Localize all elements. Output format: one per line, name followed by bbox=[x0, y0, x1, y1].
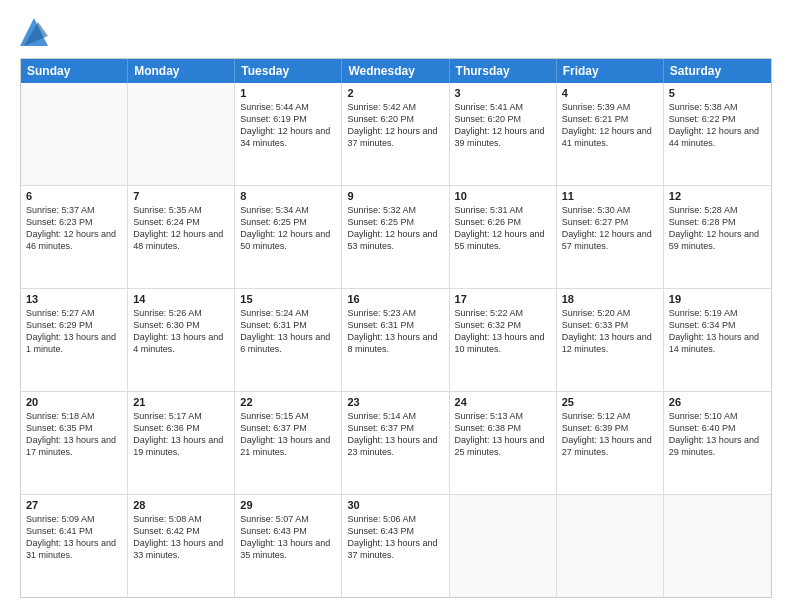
cell-info: Sunrise: 5:34 AM Sunset: 6:25 PM Dayligh… bbox=[240, 204, 336, 253]
day-cell-7: 7Sunrise: 5:35 AM Sunset: 6:24 PM Daylig… bbox=[128, 186, 235, 288]
day-cell-4: 4Sunrise: 5:39 AM Sunset: 6:21 PM Daylig… bbox=[557, 83, 664, 185]
day-cell-8: 8Sunrise: 5:34 AM Sunset: 6:25 PM Daylig… bbox=[235, 186, 342, 288]
cell-info: Sunrise: 5:42 AM Sunset: 6:20 PM Dayligh… bbox=[347, 101, 443, 150]
cell-info: Sunrise: 5:27 AM Sunset: 6:29 PM Dayligh… bbox=[26, 307, 122, 356]
calendar: SundayMondayTuesdayWednesdayThursdayFrid… bbox=[20, 58, 772, 598]
day-number: 14 bbox=[133, 293, 229, 305]
cell-info: Sunrise: 5:15 AM Sunset: 6:37 PM Dayligh… bbox=[240, 410, 336, 459]
day-cell-29: 29Sunrise: 5:07 AM Sunset: 6:43 PM Dayli… bbox=[235, 495, 342, 597]
cell-info: Sunrise: 5:13 AM Sunset: 6:38 PM Dayligh… bbox=[455, 410, 551, 459]
day-cell-15: 15Sunrise: 5:24 AM Sunset: 6:31 PM Dayli… bbox=[235, 289, 342, 391]
day-cell-20: 20Sunrise: 5:18 AM Sunset: 6:35 PM Dayli… bbox=[21, 392, 128, 494]
cell-info: Sunrise: 5:08 AM Sunset: 6:42 PM Dayligh… bbox=[133, 513, 229, 562]
day-cell-24: 24Sunrise: 5:13 AM Sunset: 6:38 PM Dayli… bbox=[450, 392, 557, 494]
day-cell-14: 14Sunrise: 5:26 AM Sunset: 6:30 PM Dayli… bbox=[128, 289, 235, 391]
header-day-sunday: Sunday bbox=[21, 59, 128, 83]
empty-cell bbox=[664, 495, 771, 597]
cell-info: Sunrise: 5:06 AM Sunset: 6:43 PM Dayligh… bbox=[347, 513, 443, 562]
header-day-thursday: Thursday bbox=[450, 59, 557, 83]
day-cell-16: 16Sunrise: 5:23 AM Sunset: 6:31 PM Dayli… bbox=[342, 289, 449, 391]
cell-info: Sunrise: 5:20 AM Sunset: 6:33 PM Dayligh… bbox=[562, 307, 658, 356]
day-cell-21: 21Sunrise: 5:17 AM Sunset: 6:36 PM Dayli… bbox=[128, 392, 235, 494]
day-number: 8 bbox=[240, 190, 336, 202]
cell-info: Sunrise: 5:28 AM Sunset: 6:28 PM Dayligh… bbox=[669, 204, 766, 253]
cell-info: Sunrise: 5:31 AM Sunset: 6:26 PM Dayligh… bbox=[455, 204, 551, 253]
cell-info: Sunrise: 5:12 AM Sunset: 6:39 PM Dayligh… bbox=[562, 410, 658, 459]
day-number: 20 bbox=[26, 396, 122, 408]
day-cell-30: 30Sunrise: 5:06 AM Sunset: 6:43 PM Dayli… bbox=[342, 495, 449, 597]
day-cell-27: 27Sunrise: 5:09 AM Sunset: 6:41 PM Dayli… bbox=[21, 495, 128, 597]
day-number: 27 bbox=[26, 499, 122, 511]
day-cell-5: 5Sunrise: 5:38 AM Sunset: 6:22 PM Daylig… bbox=[664, 83, 771, 185]
day-number: 28 bbox=[133, 499, 229, 511]
day-number: 4 bbox=[562, 87, 658, 99]
empty-cell bbox=[450, 495, 557, 597]
page: SundayMondayTuesdayWednesdayThursdayFrid… bbox=[0, 0, 792, 612]
day-number: 3 bbox=[455, 87, 551, 99]
cell-info: Sunrise: 5:10 AM Sunset: 6:40 PM Dayligh… bbox=[669, 410, 766, 459]
day-cell-22: 22Sunrise: 5:15 AM Sunset: 6:37 PM Dayli… bbox=[235, 392, 342, 494]
day-cell-10: 10Sunrise: 5:31 AM Sunset: 6:26 PM Dayli… bbox=[450, 186, 557, 288]
day-number: 26 bbox=[669, 396, 766, 408]
calendar-week-5: 27Sunrise: 5:09 AM Sunset: 6:41 PM Dayli… bbox=[21, 494, 771, 597]
day-number: 29 bbox=[240, 499, 336, 511]
day-cell-12: 12Sunrise: 5:28 AM Sunset: 6:28 PM Dayli… bbox=[664, 186, 771, 288]
day-number: 2 bbox=[347, 87, 443, 99]
day-number: 9 bbox=[347, 190, 443, 202]
cell-info: Sunrise: 5:30 AM Sunset: 6:27 PM Dayligh… bbox=[562, 204, 658, 253]
day-number: 12 bbox=[669, 190, 766, 202]
day-cell-9: 9Sunrise: 5:32 AM Sunset: 6:25 PM Daylig… bbox=[342, 186, 449, 288]
day-number: 25 bbox=[562, 396, 658, 408]
logo bbox=[20, 18, 54, 46]
day-cell-6: 6Sunrise: 5:37 AM Sunset: 6:23 PM Daylig… bbox=[21, 186, 128, 288]
cell-info: Sunrise: 5:37 AM Sunset: 6:23 PM Dayligh… bbox=[26, 204, 122, 253]
day-cell-25: 25Sunrise: 5:12 AM Sunset: 6:39 PM Dayli… bbox=[557, 392, 664, 494]
day-cell-26: 26Sunrise: 5:10 AM Sunset: 6:40 PM Dayli… bbox=[664, 392, 771, 494]
day-number: 30 bbox=[347, 499, 443, 511]
cell-info: Sunrise: 5:38 AM Sunset: 6:22 PM Dayligh… bbox=[669, 101, 766, 150]
cell-info: Sunrise: 5:41 AM Sunset: 6:20 PM Dayligh… bbox=[455, 101, 551, 150]
day-number: 18 bbox=[562, 293, 658, 305]
day-number: 1 bbox=[240, 87, 336, 99]
day-number: 19 bbox=[669, 293, 766, 305]
day-cell-28: 28Sunrise: 5:08 AM Sunset: 6:42 PM Dayli… bbox=[128, 495, 235, 597]
header-day-saturday: Saturday bbox=[664, 59, 771, 83]
cell-info: Sunrise: 5:35 AM Sunset: 6:24 PM Dayligh… bbox=[133, 204, 229, 253]
header-day-tuesday: Tuesday bbox=[235, 59, 342, 83]
header-day-friday: Friday bbox=[557, 59, 664, 83]
day-number: 7 bbox=[133, 190, 229, 202]
cell-info: Sunrise: 5:39 AM Sunset: 6:21 PM Dayligh… bbox=[562, 101, 658, 150]
cell-info: Sunrise: 5:26 AM Sunset: 6:30 PM Dayligh… bbox=[133, 307, 229, 356]
empty-cell bbox=[557, 495, 664, 597]
cell-info: Sunrise: 5:24 AM Sunset: 6:31 PM Dayligh… bbox=[240, 307, 336, 356]
day-cell-18: 18Sunrise: 5:20 AM Sunset: 6:33 PM Dayli… bbox=[557, 289, 664, 391]
day-cell-17: 17Sunrise: 5:22 AM Sunset: 6:32 PM Dayli… bbox=[450, 289, 557, 391]
cell-info: Sunrise: 5:17 AM Sunset: 6:36 PM Dayligh… bbox=[133, 410, 229, 459]
day-cell-19: 19Sunrise: 5:19 AM Sunset: 6:34 PM Dayli… bbox=[664, 289, 771, 391]
day-number: 11 bbox=[562, 190, 658, 202]
day-number: 21 bbox=[133, 396, 229, 408]
header bbox=[20, 18, 772, 46]
empty-cell bbox=[128, 83, 235, 185]
cell-info: Sunrise: 5:23 AM Sunset: 6:31 PM Dayligh… bbox=[347, 307, 443, 356]
calendar-week-1: 1Sunrise: 5:44 AM Sunset: 6:19 PM Daylig… bbox=[21, 83, 771, 185]
day-number: 22 bbox=[240, 396, 336, 408]
day-number: 6 bbox=[26, 190, 122, 202]
day-cell-1: 1Sunrise: 5:44 AM Sunset: 6:19 PM Daylig… bbox=[235, 83, 342, 185]
cell-info: Sunrise: 5:19 AM Sunset: 6:34 PM Dayligh… bbox=[669, 307, 766, 356]
header-day-wednesday: Wednesday bbox=[342, 59, 449, 83]
day-cell-23: 23Sunrise: 5:14 AM Sunset: 6:37 PM Dayli… bbox=[342, 392, 449, 494]
header-day-monday: Monday bbox=[128, 59, 235, 83]
cell-info: Sunrise: 5:09 AM Sunset: 6:41 PM Dayligh… bbox=[26, 513, 122, 562]
empty-cell bbox=[21, 83, 128, 185]
cell-info: Sunrise: 5:22 AM Sunset: 6:32 PM Dayligh… bbox=[455, 307, 551, 356]
day-number: 24 bbox=[455, 396, 551, 408]
day-cell-11: 11Sunrise: 5:30 AM Sunset: 6:27 PM Dayli… bbox=[557, 186, 664, 288]
day-number: 15 bbox=[240, 293, 336, 305]
cell-info: Sunrise: 5:32 AM Sunset: 6:25 PM Dayligh… bbox=[347, 204, 443, 253]
cell-info: Sunrise: 5:07 AM Sunset: 6:43 PM Dayligh… bbox=[240, 513, 336, 562]
cell-info: Sunrise: 5:14 AM Sunset: 6:37 PM Dayligh… bbox=[347, 410, 443, 459]
day-cell-13: 13Sunrise: 5:27 AM Sunset: 6:29 PM Dayli… bbox=[21, 289, 128, 391]
calendar-week-2: 6Sunrise: 5:37 AM Sunset: 6:23 PM Daylig… bbox=[21, 185, 771, 288]
cell-info: Sunrise: 5:44 AM Sunset: 6:19 PM Dayligh… bbox=[240, 101, 336, 150]
